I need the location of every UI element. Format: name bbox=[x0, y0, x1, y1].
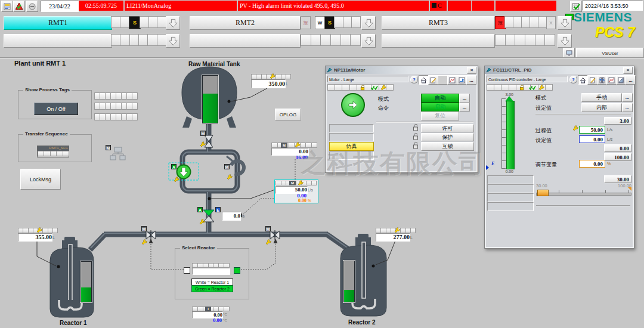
select-reactor-group: Select Reactor White = Reactor 1 Green =… bbox=[175, 248, 249, 299]
trend-view-button[interactable] bbox=[606, 75, 617, 85]
rmt1-status-cells-a bbox=[111, 16, 129, 28]
pid-sp-value[interactable]: 0.00 bbox=[579, 135, 605, 143]
process-tags-toggle-button[interactable]: On / Off bbox=[34, 103, 78, 115]
home-view-button[interactable] bbox=[419, 75, 429, 85]
motor-simulation-button[interactable]: 仿真 bbox=[329, 142, 374, 151]
oplog-button[interactable]: OPLOG bbox=[275, 109, 301, 120]
pid-mode-button[interactable]: 手动 bbox=[581, 93, 622, 102]
nav-slot2-button[interactable] bbox=[190, 34, 301, 48]
nav-rmt3-button[interactable]: RMT3 bbox=[382, 16, 495, 30]
slot1-expand-button[interactable] bbox=[166, 34, 180, 48]
transfer-sequence-label: Transfer Sequence bbox=[23, 131, 70, 137]
reactor1-select-indicator[interactable] bbox=[184, 267, 190, 274]
help-icon[interactable]: ? bbox=[569, 76, 577, 83]
reactor2-volume-value[interactable]: 277.00 bbox=[376, 233, 410, 242]
pid-mv-value[interactable]: 0.00 bbox=[579, 160, 605, 168]
motor-status-field2 bbox=[329, 133, 374, 141]
wrench-icon bbox=[572, 125, 578, 131]
system-clock: 2022/4/16 3:53:50 bbox=[582, 1, 643, 11]
home-view-button[interactable] bbox=[578, 75, 588, 85]
alarm-date: 23/04/22 bbox=[41, 1, 79, 12]
pid-mode-more-button[interactable]: ... bbox=[622, 93, 633, 102]
reactor2-select-indicator[interactable] bbox=[234, 267, 240, 274]
pid-sp-source-label: 设定值 bbox=[535, 104, 552, 112]
ctrl-valve-external-badge: E bbox=[215, 207, 221, 212]
alarm-list-button[interactable] bbox=[1, 1, 13, 12]
flow-meter-mode-badge: M bbox=[281, 143, 287, 148]
pid-faceplate-titlebar[interactable]: FC111/CTRL_PID × bbox=[485, 66, 634, 74]
pid-mv-high: 30.00 bbox=[604, 175, 631, 183]
document-pencil-icon bbox=[430, 77, 436, 83]
sfc-icon bbox=[110, 147, 125, 160]
help-icon[interactable]: ? bbox=[410, 76, 418, 83]
motor-mode-more-button[interactable]: ... bbox=[459, 94, 470, 103]
reactor1-volume-value[interactable]: 355.00 bbox=[18, 233, 52, 242]
alarm-message[interactable]: PV - High alarm limit violated 495.0, 49… bbox=[238, 1, 429, 11]
ramp-view-button[interactable] bbox=[457, 75, 467, 85]
mv-slider-track[interactable] bbox=[536, 193, 631, 196]
pid-sp-more-button[interactable]: ... bbox=[622, 103, 633, 112]
tank-volume-value[interactable]: 350.00 bbox=[251, 79, 286, 88]
mv-slider-flag bbox=[628, 187, 631, 191]
motor-block-type-combo[interactable]: Motor - Large bbox=[327, 76, 408, 82]
mv-slider-handle[interactable] bbox=[537, 190, 549, 196]
selector-input[interactable] bbox=[192, 268, 230, 275]
transfer-sequence-group: Transfer Sequence RMT1_SFC bbox=[18, 134, 92, 162]
pid-mv-unit: % bbox=[607, 162, 611, 166]
alarm-source-tag[interactable]: LI211/MonAnalog bbox=[125, 1, 237, 11]
motor-protection-button[interactable]: 保护 bbox=[421, 133, 474, 141]
ack-grid-check-icon bbox=[572, 3, 580, 10]
motor-faceplate-window: NP111a/Motor × Motor - Large ? ... 模式 自动… bbox=[325, 66, 478, 173]
pid-sp-low: 0.00 bbox=[604, 144, 631, 152]
motor-run-indicator[interactable] bbox=[341, 93, 365, 117]
trend-view-button[interactable] bbox=[447, 75, 457, 85]
bar-scale-ruler bbox=[501, 98, 506, 169]
horn-mute-button[interactable] bbox=[26, 1, 38, 12]
motor-interlock-button[interactable]: 互锁 bbox=[421, 142, 474, 151]
pid-sp-source-button[interactable]: 内部 bbox=[581, 103, 622, 112]
rmt3-expand-button[interactable] bbox=[558, 16, 572, 30]
more-views-button[interactable]: ... bbox=[626, 75, 636, 85]
pid-pv-value: 50.00 bbox=[579, 126, 605, 134]
motor-command-button[interactable]: 启动 bbox=[421, 103, 459, 112]
motor-reset-button[interactable]: 复位 bbox=[421, 112, 459, 120]
tag-cells-row1 bbox=[94, 92, 137, 100]
limits-view-button[interactable] bbox=[438, 75, 448, 85]
alarm-ack-button[interactable] bbox=[13, 1, 25, 12]
nav-slot3-button[interactable] bbox=[382, 34, 495, 48]
limits-view-button[interactable] bbox=[597, 75, 607, 85]
batch-view-button[interactable] bbox=[587, 75, 597, 85]
pid-pv-unit: L/s bbox=[607, 128, 612, 132]
more-views-button[interactable]: ... bbox=[466, 75, 476, 85]
flow-meter-sp: 16.00 bbox=[271, 154, 308, 160]
batch-view-button[interactable] bbox=[428, 75, 438, 85]
ramp-view-button[interactable] bbox=[616, 75, 626, 85]
close-icon[interactable]: × bbox=[467, 67, 476, 74]
motor-mode-button[interactable]: 自动 bbox=[421, 94, 459, 103]
sfc-overview-widget[interactable]: RMT1_SFC bbox=[37, 146, 69, 157]
motor-command-more-button[interactable]: ... bbox=[459, 103, 470, 112]
rmt2-expand-button[interactable] bbox=[361, 16, 376, 30]
alarm-cell-2 bbox=[472, 1, 494, 11]
pid-faceplate-window: FC111/CTRL_PID × Continuous PID controll… bbox=[484, 66, 634, 249]
rmt1-expand-button[interactable] bbox=[166, 16, 180, 30]
motor-permission-button[interactable]: 许可 bbox=[421, 124, 474, 132]
nav-rmt2-button[interactable]: RMT2 bbox=[190, 16, 301, 30]
pid-pv-bar bbox=[506, 101, 515, 169]
down-arrow-icon bbox=[364, 18, 373, 28]
pid-block-type-combo[interactable]: Continuous PID controller - Large bbox=[487, 76, 568, 82]
flow-controller-display[interactable]: M 50.00 L/s 0.00 0.00 % bbox=[274, 180, 318, 203]
nav-rmt1-button[interactable]: RMT1 bbox=[4, 16, 112, 30]
page-title: Plant unit RMT 1 bbox=[14, 60, 66, 67]
lockmsg-button[interactable]: LockMsg bbox=[20, 169, 61, 190]
nav-slot1-button[interactable] bbox=[4, 34, 112, 48]
temp-pv-unit: °C bbox=[223, 312, 227, 316]
pid-pv-label: 过程值 bbox=[535, 127, 552, 135]
close-icon[interactable]: × bbox=[623, 67, 633, 74]
valve-position-value[interactable]: 0.0 bbox=[222, 212, 241, 221]
motor-faceplate-titlebar[interactable]: NP111a/Motor × bbox=[326, 66, 478, 74]
slot3-expand-button[interactable] bbox=[558, 34, 572, 48]
bar-scale-bottom: 0.00 bbox=[498, 169, 513, 175]
sfc-tag: RMT1_SFC bbox=[38, 146, 69, 151]
slot2-expand-button[interactable] bbox=[361, 34, 376, 48]
